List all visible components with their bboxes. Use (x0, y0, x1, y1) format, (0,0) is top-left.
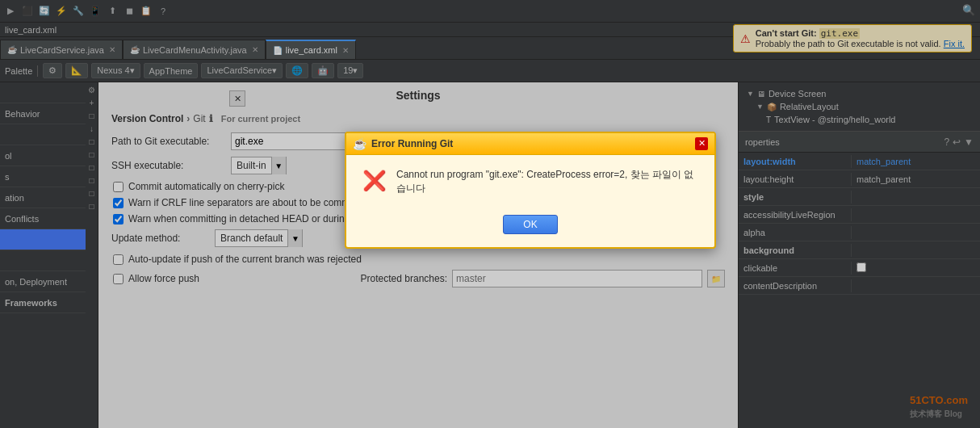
dialog-titlebar: ☕ Error Running Git ✕ (346, 133, 714, 155)
dialog-overlay: ☕ Error Running Git ✕ ❌ Cannot run progr… (0, 0, 980, 428)
dialog-title-left: ☕ Error Running Git (353, 137, 453, 150)
dialog-close-btn[interactable]: ✕ (695, 137, 708, 150)
dialog-error-icon: ❌ (362, 170, 387, 192)
dialog-footer: OK (346, 208, 714, 247)
dialog-body: ❌ Cannot run program "git.exe": CreatePr… (346, 155, 714, 208)
ok-button[interactable]: OK (503, 215, 557, 234)
dialog-title-text: Error Running Git (371, 138, 453, 149)
dialog-title-java-icon: ☕ (353, 137, 366, 150)
error-dialog: ☕ Error Running Git ✕ ❌ Cannot run progr… (345, 132, 716, 249)
dialog-message: Cannot run program "git.exe": CreateProc… (396, 168, 698, 195)
